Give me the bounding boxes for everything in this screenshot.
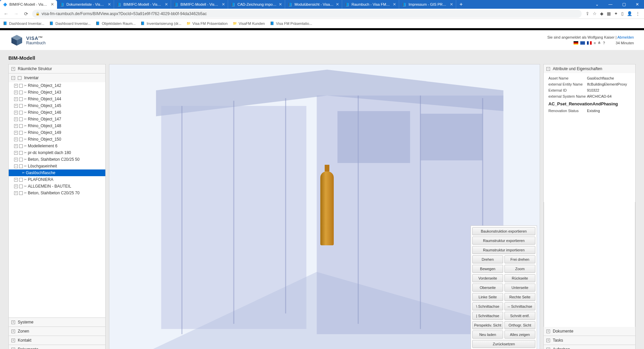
tab-close-icon[interactable]: ✕: [336, 2, 339, 7]
profile-icon[interactable]: 👤: [627, 11, 632, 16]
panel-collapsed[interactable]: +Aufgaben: [544, 345, 635, 349]
expand-icon[interactable]: +: [14, 84, 18, 88]
browser-tab[interactable]: 📘BIM/IFC-Modell - Visa FM ...✕: [171, 0, 228, 9]
tree-item[interactable]: +✂Modellelement 6: [9, 143, 105, 149]
tree-item[interactable]: +✂Rhino_Object_149: [9, 129, 105, 136]
window-close-button[interactable]: ✕: [631, 0, 644, 9]
bookmark-item[interactable]: 📘Dashboard Inventar...: [49, 21, 91, 26]
3d-viewport[interactable]: Baukonstruktion exportierenRaumstruktur …: [109, 64, 540, 349]
acc-inventory[interactable]: − Inventar: [9, 73, 105, 82]
tabsearch-button[interactable]: ⌄: [590, 0, 604, 9]
tree-item[interactable]: +✂Rhino_Object_150: [9, 136, 105, 143]
ext2-icon[interactable]: ▦: [607, 11, 611, 16]
ctrl-reset-button[interactable]: Zurücksetzen: [472, 340, 535, 348]
new-tab-button[interactable]: +: [456, 0, 466, 9]
checkbox[interactable]: [19, 164, 23, 168]
checkbox[interactable]: [19, 191, 23, 195]
bookmark-item[interactable]: 📁VisaFM Kunden: [232, 21, 265, 26]
expand-icon[interactable]: +: [14, 111, 18, 114]
ctrl-button[interactable]: Rückseite: [504, 274, 535, 282]
tab-close-icon[interactable]: ✕: [165, 2, 168, 7]
expand-icon[interactable]: +: [14, 158, 18, 161]
checkbox[interactable]: [19, 138, 23, 141]
checkbox[interactable]: [19, 144, 23, 148]
ctrl-button[interactable]: Raumstruktur exportieren: [472, 237, 535, 245]
ctrl-button[interactable]: -- Schnittachse: [504, 302, 535, 310]
checkbox[interactable]: [19, 111, 23, 114]
tree-item[interactable]: +✂PLAFONIERA: [9, 176, 105, 183]
menu-lines-icon[interactable]: ≡: [594, 41, 596, 45]
bookmark-item[interactable]: 📘Dashboard Inventar...: [3, 21, 44, 26]
tree-item[interactable]: ✂Gaslöschflasche: [9, 169, 105, 176]
tree-item[interactable]: +✂Rhino_Object_148: [9, 122, 105, 129]
browser-tab[interactable]: 📘BIM/IFC-Modell - Visa FM ...✕: [114, 0, 171, 9]
tree-item[interactable]: −✂Löschgaseinheit: [9, 163, 105, 169]
expand-icon[interactable]: +: [14, 91, 18, 94]
reload-button[interactable]: ⟳: [22, 10, 30, 18]
expand-icon[interactable]: +: [14, 151, 18, 155]
ctrl-button[interactable]: Orthogr. Sicht: [504, 321, 535, 329]
checkbox[interactable]: [19, 84, 23, 88]
back-button[interactable]: ←: [2, 10, 10, 18]
ext1-icon[interactable]: ◆: [600, 11, 603, 16]
checkbox[interactable]: [19, 158, 23, 161]
browser-tab[interactable]: 📘Dokumenteliste - Visa FM ...✕: [57, 0, 114, 9]
rss-icon[interactable]: ⋔: [598, 41, 601, 45]
maximize-button[interactable]: ▢: [617, 0, 631, 9]
ctrl-button[interactable]: Rechte Seite: [504, 293, 535, 301]
checkbox[interactable]: [19, 124, 23, 128]
expand-icon[interactable]: +: [14, 97, 18, 101]
checkbox[interactable]: [19, 104, 23, 108]
checkbox[interactable]: [19, 117, 23, 121]
ctrl-button[interactable]: Bewegen: [472, 265, 503, 273]
tab-close-icon[interactable]: ✕: [108, 2, 111, 7]
expand-icon[interactable]: −: [14, 164, 18, 168]
flag-uk-icon[interactable]: [580, 41, 585, 45]
tree-item[interactable]: +✂Beton, Stahlbeton C20/25 50: [9, 156, 105, 163]
acc-documents[interactable]: + Dokumente: [9, 345, 105, 349]
tree-item[interactable]: +✂Rhino_Object_145: [9, 102, 105, 109]
tree-item[interactable]: +✂Rhino_Object_146: [9, 109, 105, 116]
browser-tab[interactable]: 📘Raumbuch - Visa FM Raun...✕: [342, 0, 399, 9]
expand-icon[interactable]: +: [14, 144, 18, 148]
checkbox[interactable]: [18, 76, 21, 80]
expand-icon[interactable]: +: [14, 185, 18, 188]
acc-contact[interactable]: + Kontakt: [9, 336, 105, 345]
bookmark-item[interactable]: 📘Visa FM Präsentatio...: [270, 21, 312, 26]
logout-link[interactable]: Abmelden: [617, 35, 634, 39]
browser-tab[interactable]: 📘Impressum - GIS PROJECT✕: [399, 0, 456, 9]
tab-close-icon[interactable]: ✕: [279, 2, 282, 7]
puzzle-icon[interactable]: ✦: [614, 11, 618, 16]
ctrl-button[interactable]: Frei drehen: [504, 255, 535, 263]
checkbox[interactable]: [19, 178, 23, 182]
checkbox[interactable]: [19, 131, 23, 135]
ctrl-button[interactable]: Drehen: [472, 255, 503, 263]
url-input[interactable]: 🔒 visa-fm-raumbuch.de/Forms/BIMView.aspx…: [32, 10, 582, 18]
flag-fr-icon[interactable]: [587, 41, 592, 45]
reader-icon[interactable]: ▯: [621, 11, 624, 16]
tree-item[interactable]: +✂Rhino_Object_143: [9, 89, 105, 96]
help-icon[interactable]: ?: [603, 41, 605, 45]
ctrl-button[interactable]: Baukonstruktion exportieren: [472, 227, 535, 235]
ctrl-button[interactable]: \ Schnittachse: [472, 302, 503, 310]
browser-tab[interactable]: 📘Modulübersicht - Visa FM...✕: [285, 0, 342, 9]
checkbox[interactable]: [19, 91, 23, 94]
minimize-button[interactable]: ―: [604, 0, 617, 9]
tree-item[interactable]: +✂pr-dc komplett dach 180: [9, 149, 105, 156]
expand-icon[interactable]: +: [14, 178, 18, 182]
ctrl-button[interactable]: Alles zeigen: [504, 331, 535, 339]
share-icon[interactable]: ⇪: [586, 11, 589, 16]
tab-close-icon[interactable]: ✕: [450, 2, 453, 7]
ctrl-button[interactable]: Linke Seite: [472, 293, 503, 301]
panel-collapsed[interactable]: +Tasks: [544, 336, 635, 345]
checkbox[interactable]: [19, 151, 23, 155]
expand-icon[interactable]: +: [14, 138, 18, 141]
bookmark-item[interactable]: 📘Objektdaten Raum...: [95, 21, 136, 26]
checkbox[interactable]: [19, 185, 23, 188]
expand-icon[interactable]: +: [14, 117, 18, 121]
expand-icon[interactable]: +: [14, 191, 18, 195]
forward-button[interactable]: →: [12, 10, 20, 18]
tree-item[interactable]: +✂Rhino_Object_147: [9, 116, 105, 122]
acc-spatial-structure[interactable]: + Räumliche Struktur: [9, 64, 105, 73]
bookmark-item[interactable]: 📁Visa FM Präsentation: [186, 21, 228, 26]
